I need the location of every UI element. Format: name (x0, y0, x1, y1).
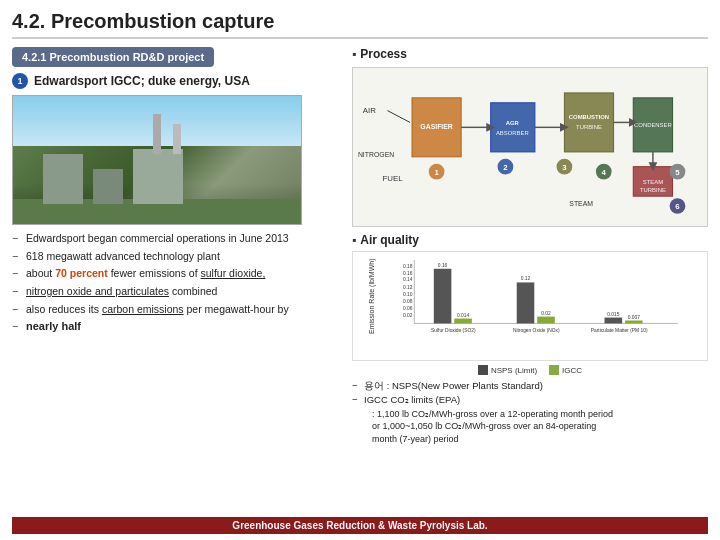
svg-rect-3 (491, 103, 535, 152)
svg-text:1: 1 (434, 168, 439, 177)
svg-text:ABSORBER: ABSORBER (496, 130, 529, 136)
svg-text:GASIFIER: GASIFIER (420, 123, 453, 130)
svg-rect-55 (605, 318, 623, 324)
svg-text:5: 5 (675, 168, 680, 177)
air-quality-section: Air quality Emission Rate (lb/MWh) 0.18 (352, 233, 708, 513)
note-indent-2: or 1,000~1,050 lb CO₂/MWh-gross over an … (352, 420, 708, 433)
svg-text:2: 2 (503, 163, 508, 172)
svg-text:0.014: 0.014 (457, 313, 469, 318)
note-indent-1: : 1,100 lb CO₂/MWh-gross over a 12-opera… (352, 408, 708, 421)
legend-igcc-label: IGCC (562, 366, 582, 375)
footer-bar: Greenhouse Gases Reduction & Waste Pyrol… (12, 517, 708, 534)
svg-text:0.015: 0.015 (607, 312, 619, 317)
legend-igcc: IGCC (549, 365, 582, 375)
svg-text:STEAM: STEAM (569, 200, 593, 207)
svg-text:0.10: 0.10 (403, 292, 413, 297)
highlight-70-percent: 70 percent (55, 267, 108, 279)
svg-text:0.06: 0.06 (403, 306, 413, 311)
list-item-5: also reduces its carbon emissions per me… (12, 302, 342, 317)
svg-text:0.08: 0.08 (403, 299, 413, 304)
note-indent-3: month (7-year) period (352, 433, 708, 446)
list-item-1: Edwardsport began commercial operations … (12, 231, 342, 246)
svg-text:0.12: 0.12 (521, 276, 531, 281)
svg-text:AGR: AGR (506, 120, 520, 126)
svg-rect-57 (625, 320, 643, 323)
carbon-emissions-text: carbon emissions (102, 303, 184, 315)
sulfur-dioxide-text: sulfur dioxide, (201, 267, 266, 279)
note-1: 용어 : NSPS(New Power Plants Standard) (352, 379, 708, 392)
circle-number: 1 (12, 73, 28, 89)
svg-text:STEAM: STEAM (643, 179, 663, 185)
right-column: Process GASIFIER AGR ABSORBER COMBUSTION (352, 47, 708, 513)
svg-text:0.02: 0.02 (403, 313, 413, 318)
legend-nsps-box (478, 365, 488, 375)
svg-rect-52 (537, 317, 555, 324)
svg-text:6: 6 (675, 202, 680, 211)
svg-text:NITROGEN: NITROGEN (358, 151, 394, 158)
svg-text:3: 3 (562, 163, 567, 172)
svg-text:0.12: 0.12 (403, 285, 413, 290)
list-item-4: nitrogen oxide and particulates combined (12, 284, 342, 299)
bullet-list: Edwardsport began commercial operations … (12, 231, 342, 335)
svg-text:Nitrogen Oxide (NOx): Nitrogen Oxide (NOx) (513, 328, 560, 333)
svg-text:0.16: 0.16 (403, 271, 413, 276)
svg-text:0.14: 0.14 (403, 277, 413, 282)
plant-image (12, 95, 302, 225)
main-content: 4.2.1 Precombustion RD&D project 1 Edwar… (12, 47, 708, 513)
svg-text:Sulfur Dioxide (SO2): Sulfur Dioxide (SO2) (431, 328, 476, 333)
list-item-3: about 70 percent fewer emissions of sulf… (12, 266, 342, 281)
svg-rect-45 (434, 269, 452, 324)
nav-button[interactable]: 4.2.1 Precombustion RD&D project (12, 47, 214, 67)
svg-text:0.02: 0.02 (541, 311, 551, 316)
notes-section: 용어 : NSPS(New Power Plants Standard) IGC… (352, 379, 708, 445)
svg-text:COMBUSTION: COMBUSTION (569, 114, 609, 120)
chart-area: Emission Rate (lb/MWh) 0.18 0.16 0.14 0.… (352, 251, 708, 361)
svg-text:AIR: AIR (363, 106, 376, 115)
svg-text:CONDENSER: CONDENSER (634, 122, 672, 128)
note-2: IGCC CO₂ limits (EPA) (352, 393, 708, 406)
list-item-2: 618 megawatt advanced technology plant (12, 249, 342, 264)
legend-igcc-box (549, 365, 559, 375)
nearly-half-text: nearly half (26, 320, 81, 332)
svg-rect-47 (454, 319, 472, 324)
svg-rect-50 (517, 282, 535, 323)
legend-nsps-label: NSPS (Limit) (491, 366, 537, 375)
svg-text:Particulate Matter (PM 10): Particulate Matter (PM 10) (591, 328, 648, 333)
list-item-6: nearly half (12, 319, 342, 334)
page-title: 4.2. Precombustion capture (12, 10, 708, 39)
svg-text:0.007: 0.007 (628, 315, 640, 320)
svg-text:4: 4 (602, 168, 607, 177)
process-label: Process (352, 47, 708, 61)
sub-heading-text: Edwardsport IGCC; duke energy, USA (34, 74, 250, 88)
svg-text:TURBINE: TURBINE (576, 124, 602, 130)
nox-particulates-text: nitrogen oxide and particulates (26, 285, 169, 297)
process-diagram: GASIFIER AGR ABSORBER COMBUSTION TURBINE… (352, 67, 708, 227)
svg-text:TURBINE: TURBINE (640, 187, 666, 193)
sub-heading: 1 Edwardsport IGCC; duke energy, USA (12, 73, 342, 89)
svg-rect-6 (564, 93, 613, 152)
svg-text:0.18: 0.18 (403, 264, 413, 269)
legend-nsps: NSPS (Limit) (478, 365, 537, 375)
left-column: 4.2.1 Precombustion RD&D project 1 Edwar… (12, 47, 342, 513)
chart-legend: NSPS (Limit) IGCC (352, 365, 708, 375)
svg-text:FUEL: FUEL (383, 174, 404, 183)
svg-text:0.16: 0.16 (438, 263, 448, 268)
page-container: 4.2. Precombustion capture 4.2.1 Precomb… (0, 0, 720, 540)
chart-y-label: Emission Rate (lb/MWh) (353, 252, 391, 340)
air-quality-label: Air quality (352, 233, 708, 247)
